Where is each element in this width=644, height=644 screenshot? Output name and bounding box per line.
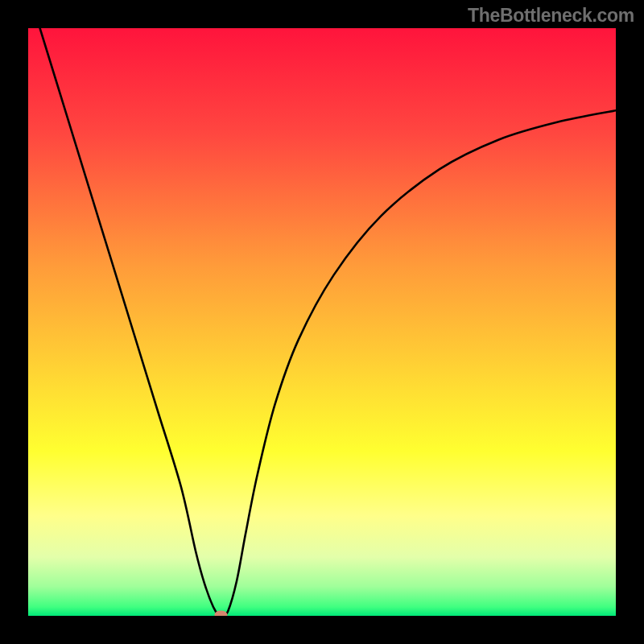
gradient-background — [28, 28, 616, 616]
plot-area — [28, 28, 616, 616]
watermark-text: TheBottleneck.com — [468, 5, 634, 27]
chart-svg — [28, 28, 616, 616]
chart-frame: TheBottleneck.com — [0, 0, 644, 644]
